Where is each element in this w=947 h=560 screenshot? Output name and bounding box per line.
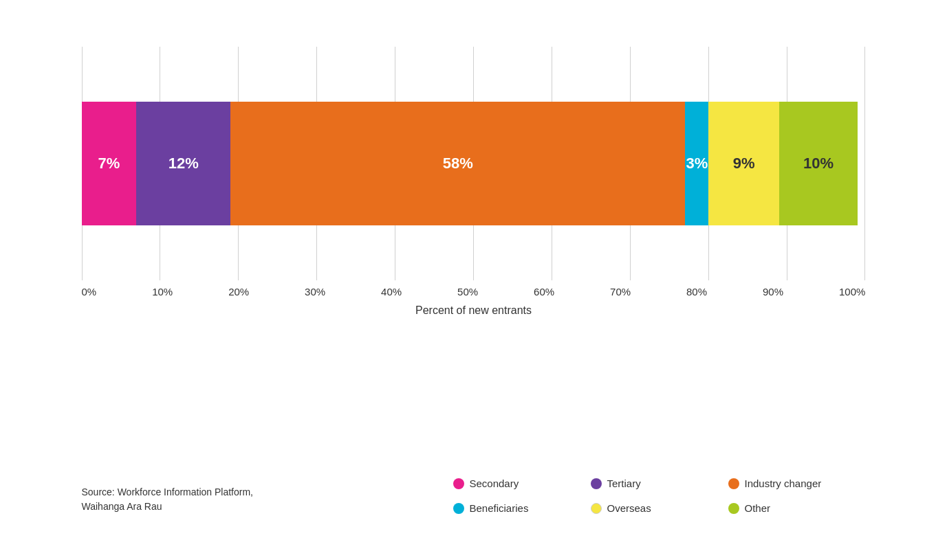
x-axis-title: Percent of new entrants: [82, 304, 866, 317]
source-text: Source: Workforce Information Platform,W…: [82, 485, 254, 514]
legend-item-secondary: Secondary: [453, 471, 591, 496]
legend-label-tertiary: Tertiary: [607, 478, 641, 489]
x-axis-tick-label: 70%: [610, 286, 631, 298]
bar-segment-secondary: 7%: [82, 102, 137, 225]
legend-dot-other: [728, 503, 739, 514]
legend-label-other: Other: [745, 502, 771, 514]
legend-item-industry-changer: Industry changer: [728, 471, 866, 496]
x-axis-tick-label: 80%: [686, 286, 707, 298]
legend-label-industry-changer: Industry changer: [745, 478, 822, 489]
legend-item-beneficiaries: Beneficiaries: [453, 496, 591, 521]
x-axis-tick-label: 90%: [763, 286, 783, 298]
bar-segment-beneficiaries: 3%: [685, 102, 708, 225]
legend-dot-beneficiaries: [453, 503, 464, 514]
x-axis: 0%10%20%30%40%50%60%70%80%90%100%: [82, 286, 866, 298]
x-axis-tick-label: 20%: [228, 286, 249, 298]
x-axis-tick-label: 60%: [534, 286, 554, 298]
bar-segment-overseas: 9%: [708, 102, 779, 225]
x-axis-tick-label: 40%: [381, 286, 402, 298]
bar-segment-other: 10%: [779, 102, 858, 225]
bar-segment-tertiary: 12%: [136, 102, 230, 225]
chart-area: 7%12%58%3%9%10%: [82, 47, 866, 280]
legend-dot-secondary: [453, 478, 464, 489]
legend-item-tertiary: Tertiary: [591, 471, 728, 496]
x-axis-tick-label: 10%: [152, 286, 173, 298]
legend: SecondaryTertiaryIndustry changerBenefic…: [453, 471, 866, 521]
x-axis-tick-label: 100%: [839, 286, 865, 298]
legend-item-overseas: Overseas: [591, 496, 728, 521]
legend-dot-tertiary: [591, 478, 602, 489]
legend-label-overseas: Overseas: [607, 502, 651, 514]
chart-container: 7%12%58%3%9%10% 0%10%20%30%40%50%60%70%8…: [27, 19, 921, 541]
legend-dot-overseas: [591, 503, 602, 514]
x-axis-tick-label: 0%: [82, 286, 97, 298]
legend-dot-industry-changer: [728, 478, 739, 489]
bar-segment-industry-changer: 58%: [230, 102, 685, 225]
x-axis-tick-label: 30%: [305, 286, 325, 298]
legend-label-secondary: Secondary: [470, 478, 519, 489]
x-axis-tick-label: 50%: [457, 286, 478, 298]
stacked-bar: 7%12%58%3%9%10%: [82, 102, 866, 225]
legend-label-beneficiaries: Beneficiaries: [470, 502, 529, 514]
legend-item-other: Other: [728, 496, 866, 521]
